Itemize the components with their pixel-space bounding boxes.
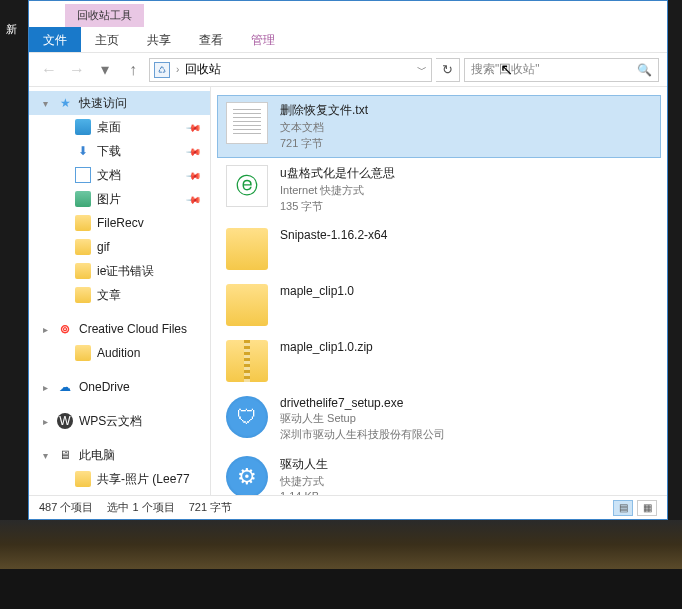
ribbon-tab-share[interactable]: 共享 (133, 27, 185, 52)
sidebar-label: 共享-照片 (Lee77 (97, 471, 190, 488)
address-dropdown-icon[interactable]: ﹀ (417, 63, 427, 77)
file-name: Snipaste-1.16.2-x64 (280, 228, 387, 242)
ribbon-tab-view[interactable]: 查看 (185, 27, 237, 52)
chevron-down-icon: ▾ (101, 60, 109, 79)
folder-icon (75, 215, 91, 231)
status-item-count: 487 个项目 (39, 500, 93, 515)
sidebar-pictures[interactable]: 图片📌 (29, 187, 210, 211)
file-name: 驱动人生 (280, 456, 328, 473)
ribbon-tab-manage[interactable]: 管理 (237, 27, 289, 52)
refresh-icon: ↻ (442, 62, 453, 77)
pin-icon: 📌 (186, 191, 202, 207)
refresh-button[interactable]: ↻ (436, 58, 460, 82)
file-list: 删除恢复文件.txt 文本文档 721 字节 ⓔ u盘格式化是什么意思 Inte… (211, 87, 667, 495)
sidebar-audition[interactable]: Audition (29, 341, 210, 365)
star-icon: ★ (57, 95, 73, 111)
onedrive-icon: ☁ (57, 379, 73, 395)
file-item[interactable]: ⚙ 驱动人生 快捷方式 1.14 KB (217, 449, 661, 495)
desktop-icon-label: 新 (6, 22, 17, 37)
file-name: maple_clip1.0.zip (280, 340, 373, 354)
expand-icon: ▸ (39, 382, 51, 393)
text-file-icon (226, 102, 268, 144)
wallpaper (0, 520, 682, 569)
folder-icon (75, 471, 91, 487)
explorer-window: 回收站工具 文件 主页 共享 查看 管理 ← → ▾ ↑ ♺ › 回收站 ﹀ ↻… (28, 0, 668, 520)
file-item[interactable]: ⓔ u盘格式化是什么意思 Internet 快捷方式 135 字节 (217, 158, 661, 221)
file-item[interactable]: maple_clip1.0.zip (217, 333, 661, 389)
file-item[interactable]: maple_clip1.0 (217, 277, 661, 333)
nav-forward-button[interactable]: → (65, 58, 89, 82)
file-item[interactable]: 删除恢复文件.txt 文本文档 721 字节 (217, 95, 661, 158)
sidebar-gif[interactable]: gif (29, 235, 210, 259)
file-type: 驱动人生 Setup (280, 411, 445, 426)
wps-icon: W (57, 413, 73, 429)
search-input[interactable]: 搜索"回收站" 🔍 (464, 58, 659, 82)
view-details-button[interactable]: ▤ (613, 500, 633, 516)
sidebar-creative-cloud[interactable]: ▸⊚Creative Cloud Files (29, 317, 210, 341)
folder-icon (75, 263, 91, 279)
sidebar-quick-access[interactable]: ▾★快速访问 (29, 91, 210, 115)
status-selected-count: 选中 1 个项目 (107, 500, 174, 515)
sidebar-label: 文档 (97, 167, 121, 184)
application-icon: 🛡 (226, 396, 268, 438)
file-name: drivethelife7_setup.exe (280, 396, 445, 410)
nav-recent-dropdown[interactable]: ▾ (93, 58, 117, 82)
file-meta: 删除恢复文件.txt 文本文档 721 字节 (280, 102, 368, 151)
status-selected-size: 721 字节 (189, 500, 232, 515)
sidebar-ie-error[interactable]: ie证书错误 (29, 259, 210, 283)
file-size: 135 字节 (280, 199, 395, 214)
breadcrumb-separator-icon: › (176, 64, 179, 75)
sidebar-downloads[interactable]: ⬇下载📌 (29, 139, 210, 163)
document-icon (75, 167, 91, 183)
file-publisher: 深圳市驱动人生科技股份有限公司 (280, 427, 445, 442)
file-name: u盘格式化是什么意思 (280, 165, 395, 182)
sidebar-documents[interactable]: 文档📌 (29, 163, 210, 187)
zip-icon (226, 340, 268, 382)
file-meta: maple_clip1.0 (280, 284, 354, 298)
ribbon-tab-home[interactable]: 主页 (81, 27, 133, 52)
sidebar-label: 视频 (97, 495, 121, 496)
sidebar-video[interactable]: 🎬视频 (29, 491, 210, 495)
file-type: 文本文档 (280, 120, 368, 135)
taskbar[interactable] (0, 569, 682, 609)
sidebar-label: 此电脑 (79, 447, 115, 464)
sidebar-label: OneDrive (79, 380, 130, 394)
pin-icon: 📌 (186, 119, 202, 135)
sidebar-filerecv[interactable]: FileRecv (29, 211, 210, 235)
contextual-tab-recyclebin[interactable]: 回收站工具 (65, 4, 144, 27)
sidebar-wps[interactable]: ▸WWPS云文档 (29, 409, 210, 433)
file-meta: 驱动人生 快捷方式 1.14 KB (280, 456, 328, 495)
file-meta: maple_clip1.0.zip (280, 340, 373, 354)
arrow-right-icon: → (69, 61, 85, 79)
view-mode-buttons: ▤ ▦ (613, 500, 657, 516)
folder-icon (75, 239, 91, 255)
sidebar-label: 图片 (97, 191, 121, 208)
desktop-icon (75, 119, 91, 135)
sidebar-onedrive[interactable]: ▸☁OneDrive (29, 375, 210, 399)
pin-icon: 📌 (186, 143, 202, 159)
file-type: Internet 快捷方式 (280, 183, 395, 198)
file-item[interactable]: Snipaste-1.16.2-x64 (217, 221, 661, 277)
view-tiles-button[interactable]: ▦ (637, 500, 657, 516)
file-item[interactable]: 🛡 drivethelife7_setup.exe 驱动人生 Setup 深圳市… (217, 389, 661, 449)
address-bar[interactable]: ♺ › 回收站 ﹀ (149, 58, 432, 82)
arrow-left-icon: ← (41, 61, 57, 79)
sidebar-label: 文章 (97, 287, 121, 304)
tiles-view-icon: ▦ (643, 502, 652, 513)
sidebar-this-pc[interactable]: ▾🖥此电脑 (29, 443, 210, 467)
sidebar-label: Creative Cloud Files (79, 322, 187, 336)
computer-icon: 🖥 (57, 447, 73, 463)
file-name: 删除恢复文件.txt (280, 102, 368, 119)
nav-back-button[interactable]: ← (37, 58, 61, 82)
search-icon: 🔍 (637, 63, 652, 77)
expand-icon: ▸ (39, 416, 51, 427)
status-bar: 487 个项目 选中 1 个项目 721 字节 ▤ ▦ (29, 495, 667, 519)
sidebar-label: gif (97, 240, 110, 254)
sidebar-label: 下载 (97, 143, 121, 160)
ribbon-tab-file[interactable]: 文件 (29, 27, 81, 52)
sidebar-shared-photo[interactable]: 共享-照片 (Lee77 (29, 467, 210, 491)
expand-icon: ▸ (39, 324, 51, 335)
sidebar-desktop[interactable]: 桌面📌 (29, 115, 210, 139)
sidebar-articles[interactable]: 文章 (29, 283, 210, 307)
nav-up-button[interactable]: ↑ (121, 58, 145, 82)
